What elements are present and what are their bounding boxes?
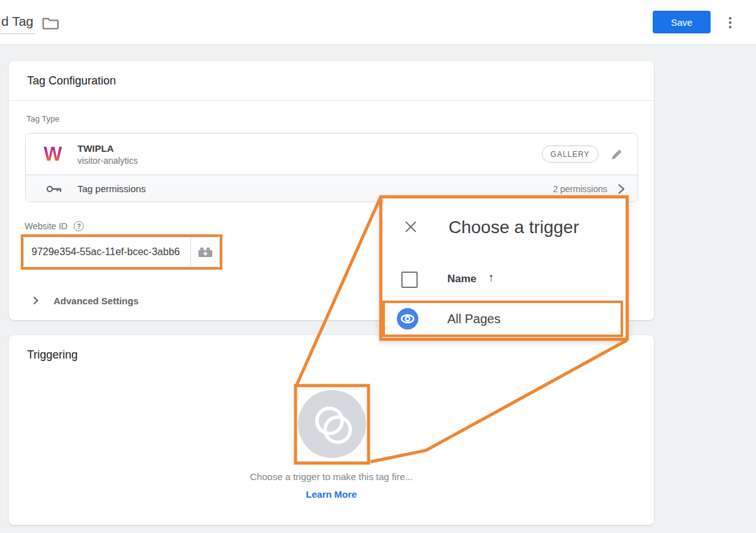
more-options-menu-icon[interactable] [724,14,736,32]
tag-name-field[interactable]: d Tag [1,14,33,29]
gallery-badge[interactable]: GALLERY [542,146,598,163]
permissions-count: 2 permissions [553,184,607,194]
select-all-checkbox[interactable] [401,272,418,288]
help-icon[interactable]: ? [74,221,84,231]
choose-trigger-placeholder[interactable] [298,390,366,458]
edit-pencil-icon[interactable] [610,147,624,161]
save-button[interactable]: Save [653,11,711,33]
content-area: Tag Configuration Tag Type W TWIPLA visi… [0,45,756,533]
website-id-label: Website ID [25,221,67,231]
sort-ascending-icon[interactable]: ↑ [488,271,495,285]
tag-type-label: Tag Type [26,114,60,123]
popup-title: Choose a trigger [449,217,579,238]
trigger-row-all-pages[interactable]: All Pages [382,301,623,337]
website-id-input[interactable] [24,238,190,266]
folder-icon[interactable] [42,15,59,32]
advanced-settings-label: Advanced Settings [54,295,139,306]
tag-type-name: TWIPLA [77,143,138,154]
trigger-venn-icon [298,390,366,458]
chevron-right-icon [617,183,625,195]
twipla-logo: W [43,144,62,165]
close-icon[interactable] [403,219,418,234]
choose-trigger-popup: Choose a trigger Name ↑ All Pages [379,195,629,341]
popup-divider [382,296,626,297]
annotation-box-website-id [21,234,222,270]
tag-configuration-title: Tag Configuration [9,61,654,101]
learn-more-link[interactable]: Learn More [9,489,654,500]
trigger-row-label: All Pages [447,312,501,326]
pageview-trigger-icon [397,308,418,330]
variable-brick-icon [198,246,213,258]
triggering-card: Triggering Choose a trigger to make this… [9,335,654,525]
tag-name-underline [0,33,36,34]
top-bar: d Tag Save [0,0,756,45]
tag-type-selector: W TWIPLA visitor-analytics GALLERY Tag p… [25,133,638,202]
gtm-tag-editor: d Tag Save Tag Configuration Tag Type W … [0,0,756,533]
triggering-title: Triggering [9,335,654,375]
trigger-empty-message: Choose a trigger to make this tag fire..… [9,471,654,482]
insert-variable-button[interactable] [190,238,219,266]
key-icon [46,184,62,194]
advanced-settings-toggle[interactable]: Advanced Settings [33,292,139,309]
name-column-header[interactable]: Name [447,273,476,285]
tag-permissions-label: Tag permissions [77,183,146,194]
tag-type-row[interactable]: W TWIPLA visitor-analytics GALLERY [26,134,638,175]
tag-type-vendor: visitor-analytics [77,156,138,166]
chevron-right-icon [33,296,38,305]
